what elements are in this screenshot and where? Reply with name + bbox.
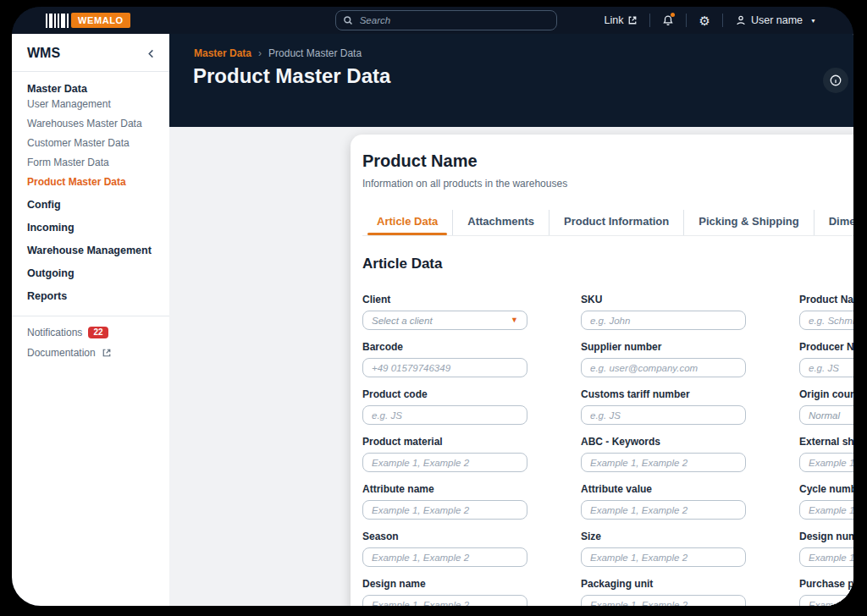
field-design-name: Design name [362, 578, 527, 606]
size-input[interactable] [581, 547, 746, 567]
search-icon [343, 15, 353, 25]
field-label: Design number [799, 531, 853, 542]
barcode-icon [46, 14, 69, 28]
field-season: Season [362, 531, 527, 567]
user-icon [735, 14, 747, 26]
field-label: Attribute value [581, 483, 746, 495]
notifications-badge: 22 [88, 327, 108, 338]
field-label: Cycle number [799, 483, 853, 495]
sidebar-item-form-master-data[interactable]: Form Master Data [27, 157, 157, 168]
app-window: WEMALO Link [12, 7, 853, 606]
external-link-icon [627, 15, 638, 25]
main-area: Master Data › Product Master Data Produc… [169, 34, 853, 606]
sidebar-item-warehouses-master-data[interactable]: Warehouses Master Data [27, 118, 157, 129]
info-button[interactable] [823, 68, 848, 93]
sidebar-item-master-data[interactable]: Master Data [27, 83, 157, 95]
user-menu[interactable]: User name ▼ [723, 14, 828, 26]
settings-button[interactable]: ⚙ [687, 14, 721, 27]
global-search[interactable] [335, 10, 557, 30]
season-input[interactable] [362, 547, 527, 567]
field-attribute-value: Attribute value [581, 483, 746, 520]
field-label: Producer Name [799, 341, 853, 353]
field-label: External shop ID [799, 436, 853, 448]
barcode-input[interactable] [362, 358, 527, 377]
link-button[interactable]: Link [593, 14, 650, 26]
origin-country-select[interactable]: Normal ▼ [799, 405, 853, 425]
external-shop-id-input[interactable] [799, 453, 853, 472]
link-label: Link [605, 14, 624, 26]
field-label: Product Name [799, 294, 853, 305]
field-label: Barcode [362, 341, 527, 353]
abc-keywords-input[interactable] [581, 453, 746, 472]
field-label: Design name [362, 578, 527, 590]
sidebar-item-notifications[interactable]: Notifications 22 [27, 327, 157, 338]
design-name-input[interactable] [362, 595, 527, 606]
select-value: Normal [809, 410, 840, 421]
field-cycle-number: Cycle number [799, 483, 853, 520]
sidebar-item-product-master-data[interactable]: Product Master Data [27, 176, 157, 188]
sidebar-item-customer-master-data[interactable]: Customer Master Data [27, 137, 157, 149]
packaging-unit-input[interactable] [581, 595, 746, 606]
product-material-input[interactable] [362, 453, 527, 472]
client-select[interactable]: Select a client ▼ [362, 311, 527, 330]
sidebar-title: WMS [27, 46, 60, 61]
wemalo-logo[interactable]: WEMALO [46, 13, 130, 28]
card-title: Product Name [362, 151, 853, 171]
design-number-input[interactable] [799, 547, 853, 567]
field-label: Season [362, 531, 527, 542]
attribute-name-input[interactable] [362, 500, 527, 520]
tab-picking-shipping[interactable]: Picking & Shipping [684, 210, 814, 235]
chevron-right-icon: › [258, 47, 262, 59]
supplier-number-input[interactable] [581, 358, 746, 377]
product-card: Product Name Information on all products… [351, 135, 853, 606]
page-title: Product Master Data [193, 64, 390, 88]
field-packaging-unit: Packaging unit [581, 578, 746, 606]
field-label: Size [581, 531, 746, 542]
attribute-value-input[interactable] [581, 500, 746, 520]
search-input[interactable] [358, 14, 549, 26]
field-abc-keywords: ABC - Keywords [581, 436, 746, 472]
product-name-input[interactable] [799, 311, 853, 330]
field-origin-country: Origin country Normal ▼ [799, 388, 853, 425]
field-label: Product code [362, 388, 527, 400]
breadcrumb-master-data[interactable]: Master Data [194, 47, 251, 59]
sidebar-item-incoming[interactable]: Incoming [27, 222, 157, 234]
field-attribute-name: Attribute name [362, 483, 527, 520]
field-product-code: Product code [362, 388, 527, 425]
top-navbar: WEMALO Link [12, 7, 853, 34]
tab-bar: Article Data Attachments Product Informa… [362, 210, 853, 236]
field-size: Size [581, 531, 746, 567]
cycle-number-input[interactable] [799, 500, 853, 520]
field-label: ABC - Keywords [581, 436, 746, 448]
sidebar-item-documentation[interactable]: Documentation [27, 347, 157, 359]
sidebar-item-reports[interactable]: Reports [27, 290, 157, 302]
user-name-label: User name [751, 14, 803, 26]
purchase-price-input[interactable] [799, 595, 853, 606]
customs-tariff-input[interactable] [581, 405, 746, 425]
topbar-actions: Link [593, 14, 828, 27]
divider [12, 316, 169, 316]
sku-input[interactable] [581, 311, 746, 330]
tab-article-data[interactable]: Article Data [362, 210, 453, 235]
field-label: Attribute name [362, 483, 527, 495]
external-link-icon [102, 348, 112, 358]
sidebar: WMS Master Data User Management Warehous… [12, 34, 169, 606]
tab-product-information[interactable]: Product Information [549, 210, 684, 235]
article-data-form: Client Select a client ▼ SKU Product Nam… [362, 294, 853, 606]
select-value: Select a client [372, 316, 433, 326]
notifications-button[interactable] [650, 14, 686, 26]
producer-name-input[interactable] [799, 358, 853, 377]
sidebar-item-outgoing[interactable]: Outgoing [27, 267, 157, 279]
chevron-down-icon: ▼ [511, 316, 518, 324]
product-code-input[interactable] [362, 405, 527, 425]
page-header-band: Master Data › Product Master Data Produc… [169, 34, 853, 127]
sidebar-item-warehouse-management[interactable]: Warehouse Management [27, 245, 157, 256]
tab-attachments[interactable]: Attachments [453, 210, 549, 235]
sidebar-item-user-management[interactable]: User Management [27, 98, 157, 110]
collapse-sidebar-icon[interactable] [146, 49, 156, 58]
field-label: Purchase price [799, 578, 853, 590]
tab-dimensions[interactable]: Dimensions [815, 210, 853, 235]
field-label: Product material [362, 436, 527, 448]
notifications-label: Notifications [27, 327, 82, 338]
sidebar-item-config[interactable]: Config [27, 199, 157, 211]
